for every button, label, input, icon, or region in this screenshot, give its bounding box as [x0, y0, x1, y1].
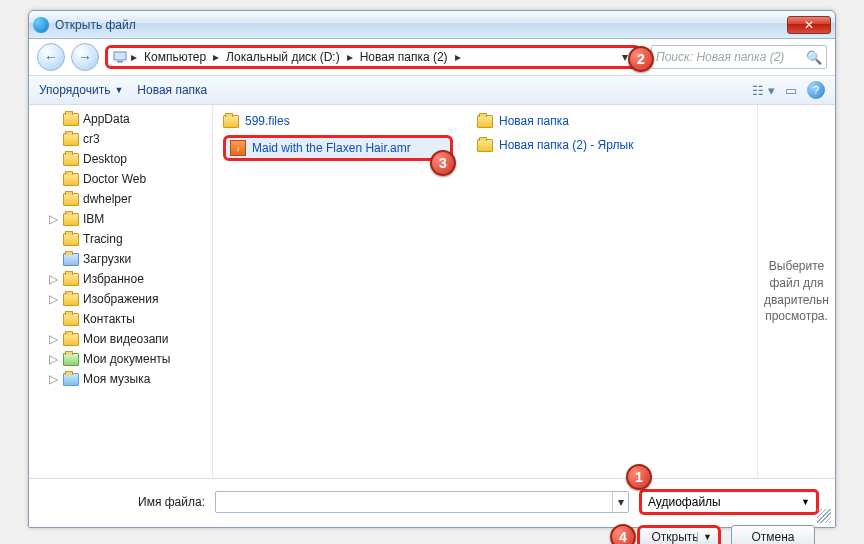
organize-button[interactable]: Упорядочить ▼	[39, 83, 123, 97]
annotation-badge-1: 1	[626, 464, 652, 490]
filename-dropdown[interactable]: ▾	[612, 492, 628, 512]
folder-icon	[63, 233, 79, 246]
close-icon: ✕	[804, 19, 814, 31]
computer-icon	[112, 49, 128, 65]
folder-icon	[63, 173, 79, 186]
folder-icon	[63, 273, 79, 286]
forward-button[interactable]: →	[71, 43, 99, 71]
search-input[interactable]: Поиск: Новая папка (2) 🔍	[651, 45, 827, 69]
folder-icon	[63, 153, 79, 166]
breadcrumb-seg-computer[interactable]: Компьютер	[140, 50, 210, 64]
search-icon: 🔍	[806, 50, 822, 65]
organize-label: Упорядочить	[39, 83, 110, 97]
close-button[interactable]: ✕	[787, 16, 831, 34]
footer: Имя файла: ▾ Аудиофайлы ▼ 1 Открыть ▼ 4 …	[29, 479, 835, 544]
sidebar-item-documents[interactable]: ▷Мои документы	[29, 349, 212, 369]
toolbar-right: ☷ ▾ ▭ ?	[752, 81, 825, 99]
open-file-dialog: Открыть файл ✕ ← → ▸ Компьютер ▸ Локальн…	[28, 10, 836, 528]
open-split-dropdown[interactable]: ▼	[697, 532, 712, 542]
new-folder-button[interactable]: Новая папка	[137, 83, 207, 97]
file-label: Новая папка	[499, 114, 569, 128]
cancel-button[interactable]: Отмена	[731, 525, 815, 544]
sidebar-item-dwhelper[interactable]: dwhelper	[29, 189, 212, 209]
preview-pane-icon[interactable]: ▭	[785, 83, 797, 98]
file-item-shortcut[interactable]: Новая папка (2) - Ярлык	[477, 135, 707, 155]
preview-pane: Выберите файл для дварительн просмотра.	[757, 105, 835, 478]
filename-label: Имя файла:	[45, 495, 205, 509]
folder-icon	[63, 113, 79, 126]
chevron-down-icon: ▼	[114, 85, 123, 95]
svg-rect-1	[117, 61, 123, 63]
sidebar-item-images[interactable]: ▷Изображения	[29, 289, 212, 309]
annotation-badge-2: 2	[628, 46, 654, 72]
app-icon	[33, 17, 49, 33]
amr-file-icon: ♪	[230, 140, 246, 156]
view-icon[interactable]: ☷ ▾	[752, 83, 775, 98]
arrow-right-icon: →	[78, 49, 92, 65]
filename-input[interactable]: ▾	[215, 491, 629, 513]
folder-icon	[223, 115, 239, 128]
file-label: Новая папка (2) - Ярлык	[499, 138, 633, 152]
sidebar-item-doctorweb[interactable]: Doctor Web	[29, 169, 212, 189]
sidebar-item-downloads[interactable]: Загрузки	[29, 249, 212, 269]
folder-icon	[63, 293, 79, 306]
sidebar: AppData cr3 Desktop Doctor Web dwhelper …	[29, 105, 213, 478]
folder-icon	[63, 213, 79, 226]
folder-icon	[63, 313, 79, 326]
sidebar-item-desktop[interactable]: Desktop	[29, 149, 212, 169]
navigation-bar: ← → ▸ Компьютер ▸ Локальный диск (D:) ▸ …	[29, 39, 835, 75]
shortcut-icon	[477, 139, 493, 152]
chevron-right-icon[interactable]: ▸	[344, 50, 356, 64]
breadcrumb-seg-disk[interactable]: Локальный диск (D:)	[222, 50, 344, 64]
open-label: Открыть	[651, 530, 698, 544]
folder-icon	[63, 133, 79, 146]
file-label: Maid with the Flaxen Hair.amr	[252, 141, 411, 155]
file-label: 599.files	[245, 114, 290, 128]
arrow-left-icon: ←	[44, 49, 58, 65]
folder-icon	[63, 253, 79, 266]
folder-icon	[63, 333, 79, 346]
folder-icon	[63, 353, 79, 366]
toolbar: Упорядочить ▼ Новая папка ☷ ▾ ▭ ?	[29, 75, 835, 105]
resize-grip[interactable]	[817, 509, 831, 523]
search-placeholder: Поиск: Новая папка (2)	[656, 50, 806, 64]
breadcrumb-seg-folder[interactable]: Новая папка (2)	[356, 50, 452, 64]
chevron-right-icon[interactable]: ▸	[452, 50, 464, 64]
sidebar-item-ibm[interactable]: ▷IBM	[29, 209, 212, 229]
folder-icon	[63, 193, 79, 206]
sidebar-item-appdata[interactable]: AppData	[29, 109, 212, 129]
file-list[interactable]: 599.files Новая папка ♪ Maid with the Fl…	[213, 105, 757, 478]
button-row: Открыть ▼ 4 Отмена	[45, 525, 819, 544]
breadcrumb[interactable]: ▸ Компьютер ▸ Локальный диск (D:) ▸ Нова…	[105, 45, 641, 69]
back-button[interactable]: ←	[37, 43, 65, 71]
filename-row: Имя файла: ▾ Аудиофайлы ▼ 1	[45, 489, 819, 515]
annotation-badge-4: 4	[610, 524, 636, 544]
sidebar-item-contacts[interactable]: Контакты	[29, 309, 212, 329]
file-area: 599.files Новая папка ♪ Maid with the Fl…	[213, 105, 835, 478]
file-item-amr-selected[interactable]: ♪ Maid with the Flaxen Hair.amr 3	[223, 135, 453, 161]
titlebar: Открыть файл ✕	[29, 11, 835, 39]
dialog-body: AppData cr3 Desktop Doctor Web dwhelper …	[29, 105, 835, 479]
help-icon[interactable]: ?	[807, 81, 825, 99]
chevron-right-icon[interactable]: ▸	[128, 50, 140, 64]
chevron-right-icon[interactable]: ▸	[210, 50, 222, 64]
sidebar-item-music[interactable]: ▷Моя музыка	[29, 369, 212, 389]
open-button[interactable]: Открыть ▼ 4	[637, 525, 721, 544]
folder-icon	[63, 373, 79, 386]
filetype-label: Аудиофайлы	[648, 495, 721, 509]
sidebar-item-videos[interactable]: ▷Мои видеозапи	[29, 329, 212, 349]
sidebar-item-favorites[interactable]: ▷Избранное	[29, 269, 212, 289]
annotation-badge-3: 3	[430, 150, 456, 176]
file-item-599files[interactable]: 599.files	[223, 111, 453, 131]
sidebar-item-cr3[interactable]: cr3	[29, 129, 212, 149]
window-title: Открыть файл	[55, 18, 787, 32]
chevron-down-icon: ▼	[801, 497, 810, 507]
cancel-label: Отмена	[751, 530, 794, 544]
sidebar-item-tracing[interactable]: Tracing	[29, 229, 212, 249]
file-item-new-folder[interactable]: Новая папка	[477, 111, 707, 131]
svg-rect-0	[114, 52, 126, 60]
new-folder-label: Новая папка	[137, 83, 207, 97]
filetype-select[interactable]: Аудиофайлы ▼ 1	[639, 489, 819, 515]
folder-icon	[477, 115, 493, 128]
preview-text: Выберите файл для дварительн просмотра.	[762, 258, 831, 325]
